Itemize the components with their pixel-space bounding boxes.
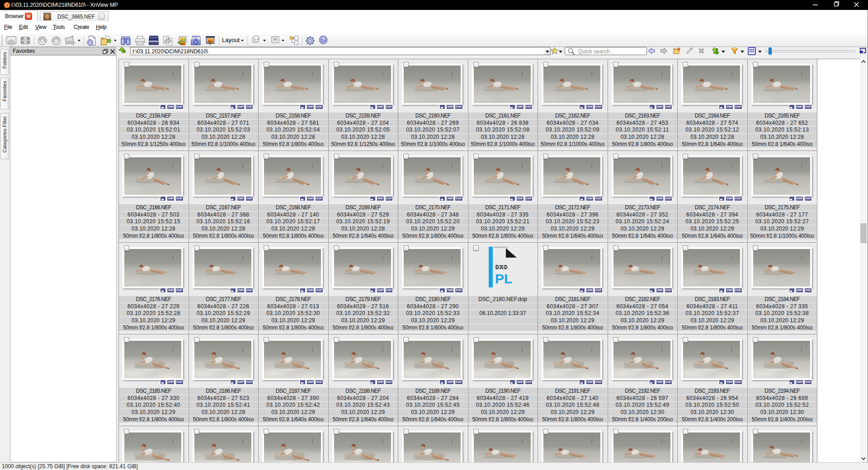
svg-text:PL: PL — [495, 271, 512, 286]
svg-text:1-5: 1-5 — [255, 38, 259, 41]
svg-text:DXO: DXO — [495, 264, 508, 270]
svg-text:?: ? — [321, 37, 325, 43]
